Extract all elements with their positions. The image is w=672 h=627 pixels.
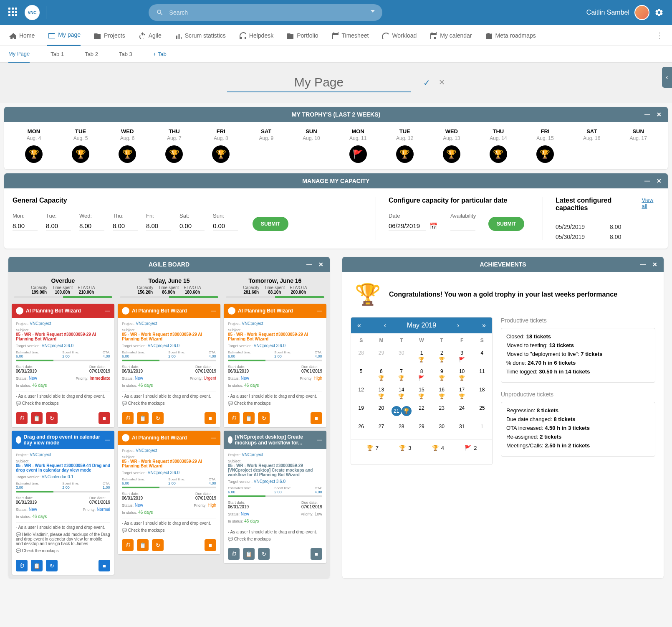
nav-agile[interactable]: Agile [138,25,162,46]
cal-prev-month-icon[interactable]: ‹ [382,322,388,329]
tab-mypage[interactable]: My Page [8,46,30,63]
cal-day[interactable]: 18 [472,384,492,403]
capacity-input[interactable] [179,221,205,231]
cal-next-month-icon[interactable]: › [455,322,461,329]
cal-day[interactable]: 1🏆 [412,348,432,366]
date-input[interactable] [389,221,426,231]
cal-day[interactable]: 22 [412,403,432,421]
search-dropdown-icon[interactable] [371,10,375,13]
capacity-input[interactable] [146,221,171,231]
capacity-input[interactable] [213,221,238,231]
bookmark-icon[interactable]: ■ [205,412,216,424]
cal-day[interactable]: 21🏆 [392,403,412,421]
cal-day[interactable]: 14🏆 [392,384,412,403]
timer-icon[interactable]: ⏱ [16,412,28,424]
bookmark-icon[interactable]: ■ [311,548,322,560]
cal-day[interactable]: 28 [392,421,412,439]
availability-input[interactable] [450,221,475,231]
minimize-icon[interactable]: — [644,178,650,184]
nav-projects[interactable]: Projects [93,25,125,46]
agile-card[interactable]: AI Planning Bot Wizard— Project: VNCproj… [118,304,220,427]
agile-card[interactable]: AI Planning Bot Wizard— Project: VNCproj… [118,431,220,554]
confirm-icon[interactable]: ✓ [423,78,430,88]
logo[interactable]: VNC [25,5,40,20]
calendar-icon[interactable]: 📅 [429,222,438,230]
title-input[interactable] [227,73,411,92]
cal-day[interactable]: 10🏆 [452,366,472,384]
nav-calendar[interactable]: My calendar [429,25,472,46]
nav-workload[interactable]: Workload [381,25,417,46]
cal-day[interactable]: 7🏆 [392,366,412,384]
cal-day[interactable]: 19 [351,403,371,421]
list-icon[interactable]: 📋 [243,412,255,424]
list-icon[interactable]: 📋 [137,412,149,424]
capacity-input[interactable] [113,221,138,231]
nav-mypage[interactable]: My page [47,25,81,46]
tab-3[interactable]: Tab 3 [119,51,132,57]
tab-2[interactable]: Tab 2 [85,51,98,57]
search-input[interactable] [149,4,382,21]
minimize-icon[interactable]: — [640,261,646,268]
cal-day[interactable]: 3🚩 [452,348,472,366]
refresh-icon[interactable]: ↻ [258,412,270,424]
close-icon[interactable]: ✕ [652,261,657,268]
cal-prev-year-icon[interactable]: « [355,322,363,329]
cal-next-year-icon[interactable]: » [480,322,488,329]
collapse-handle[interactable]: ‹ [662,67,672,88]
cal-day[interactable]: 30 [432,421,452,439]
cal-day[interactable]: 30 [392,348,412,366]
capacity-input[interactable] [13,221,38,231]
nav-helpdesk[interactable]: Helpdesk [238,25,273,46]
timer-icon[interactable]: ⏱ [16,560,28,571]
bookmark-icon[interactable]: ■ [205,539,216,551]
username[interactable]: Caitlin Sambel [586,9,629,16]
nav-meta[interactable]: Meta roadmaps [485,25,536,46]
cal-day[interactable]: 27 [371,421,391,439]
cal-day[interactable]: 29 [371,348,391,366]
list-icon[interactable]: 📋 [137,539,149,551]
nav-portfolio[interactable]: Portfolio [286,25,318,46]
minimize-icon[interactable]: — [644,111,650,118]
cancel-icon[interactable]: ✕ [439,78,445,88]
close-icon[interactable]: ✕ [657,111,662,118]
cal-day[interactable]: 20 [371,403,391,421]
nav-scrum[interactable]: Scrum statistics [174,25,226,46]
close-icon[interactable]: ✕ [318,261,323,268]
cal-day[interactable]: 8🚩 [412,366,432,384]
agile-card[interactable]: [VNCproject desktop] Create mockups and … [224,431,326,563]
cal-day[interactable]: 28 [351,348,371,366]
close-icon[interactable]: ✕ [657,178,662,184]
apps-icon[interactable] [8,8,18,18]
refresh-icon[interactable]: ↻ [152,412,164,424]
bookmark-icon[interactable]: ■ [99,412,110,424]
list-icon[interactable]: 📋 [243,548,255,560]
timer-icon[interactable]: ⏱ [228,412,240,424]
cal-day[interactable]: 11 [472,366,492,384]
cal-day[interactable]: 24 [452,403,472,421]
avatar[interactable] [634,5,649,20]
cal-day[interactable]: 16🏆 [432,384,452,403]
view-all-link[interactable]: View all [642,197,659,209]
cal-day[interactable]: 13🏆 [371,384,391,403]
refresh-icon[interactable]: ↻ [152,539,164,551]
cal-day[interactable]: 29 [412,421,432,439]
refresh-icon[interactable]: ↻ [46,412,58,424]
cal-day[interactable]: 12 [351,384,371,403]
minimize-icon[interactable]: — [306,261,312,268]
cal-day[interactable]: 15🏆 [412,384,432,403]
refresh-icon[interactable]: ↻ [258,548,270,560]
submit-date-button[interactable]: SUBMIT [488,217,524,231]
tab-add[interactable]: + Tab [153,51,167,57]
nav-timesheet[interactable]: Timesheet [331,25,369,46]
tab-1[interactable]: Tab 1 [51,51,64,57]
list-icon[interactable]: 📋 [31,560,43,571]
timer-icon[interactable]: ⏱ [122,412,134,424]
list-icon[interactable]: 📋 [31,412,43,424]
refresh-icon[interactable]: ↻ [46,560,58,571]
timer-icon[interactable]: ⏱ [228,548,240,560]
cal-day[interactable]: 25 [472,403,492,421]
cal-day[interactable]: 17🏆 [452,384,472,403]
capacity-input[interactable] [46,221,71,231]
cal-day[interactable]: 5 [351,366,371,384]
gear-icon[interactable] [654,8,664,17]
